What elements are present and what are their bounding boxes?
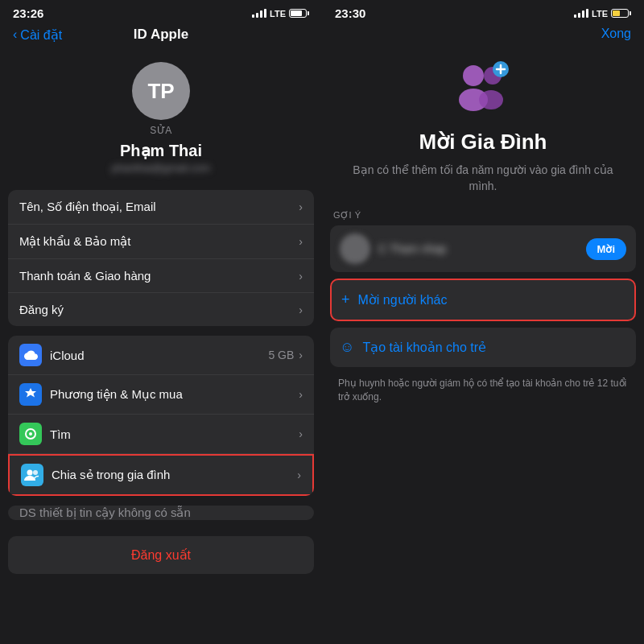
suggestions-label: GỢI Ý bbox=[330, 210, 636, 221]
right-nav: Xong bbox=[322, 23, 644, 47]
invite-title: Mời Gia Đình bbox=[419, 130, 547, 155]
settings-label-1: Tên, Số điện thoại, Email bbox=[19, 200, 156, 214]
settings-item-family[interactable]: Chia sẻ trong gia đình › bbox=[8, 454, 314, 496]
settings-item-payment[interactable]: Thanh toán & Giao hàng › bbox=[8, 259, 314, 293]
suggestion-name-1: C Tham nhap bbox=[378, 242, 578, 255]
invite-desc: Bạn có thể thêm tối đa năm người vào gia… bbox=[341, 163, 625, 194]
icloud-label: iCloud bbox=[50, 349, 85, 362]
time-left: 23:26 bbox=[13, 6, 43, 20]
settings-item-subscription[interactable]: Đăng ký › bbox=[8, 293, 314, 326]
media-label: Phương tiện & Mục mua bbox=[50, 387, 183, 402]
invite-action-button-1[interactable]: Mời bbox=[586, 238, 626, 260]
settings-group-1: Tên, Số điện thoại, Email › Mật khẩu & B… bbox=[8, 190, 314, 326]
edit-label: SỬA bbox=[150, 125, 172, 136]
profile-section: TP SỬA Phạm Thai phanthai@gmail.com bbox=[0, 49, 322, 180]
settings-label-4: Đăng ký bbox=[19, 303, 64, 316]
media-content: Phương tiện & Mục mua › bbox=[50, 387, 303, 402]
svg-point-7 bbox=[479, 90, 503, 109]
chevron-find: › bbox=[299, 427, 303, 440]
settings-label-3: Thanh toán & Giao hàng bbox=[19, 269, 151, 283]
chevron-icon-4: › bbox=[299, 303, 303, 316]
battery-icon-left bbox=[289, 9, 309, 18]
icloud-right: 5 GB › bbox=[268, 349, 303, 361]
find-icon bbox=[19, 423, 42, 445]
status-bar-left: 23:26 LTE bbox=[0, 0, 322, 23]
settings-label-2: Mật khẩu & Bảo mật bbox=[19, 234, 131, 249]
family-content: Chia sẻ trong gia đình › bbox=[52, 468, 301, 482]
find-content: Tìm › bbox=[50, 427, 303, 441]
plus-icon: + bbox=[341, 291, 350, 308]
avatar[interactable]: TP bbox=[132, 62, 190, 120]
status-bar-right: 23:30 LTE bbox=[322, 0, 644, 23]
lte-label-right: LTE bbox=[592, 9, 608, 19]
settings-item-icloud[interactable]: iCloud 5 GB › bbox=[8, 336, 314, 375]
settings-item-media[interactable]: Phương tiện & Mục mua › bbox=[8, 375, 314, 415]
icloud-content: iCloud 5 GB › bbox=[50, 349, 303, 362]
settings-item-password-security[interactable]: Mật khẩu & Bảo mật › bbox=[8, 225, 314, 259]
nav-bar-left: ‹ Cài đặt ID Apple bbox=[0, 23, 322, 49]
create-child-button[interactable]: ☺ Tạo tài khoản cho trẻ bbox=[330, 328, 636, 367]
status-icons-right: LTE bbox=[574, 9, 631, 19]
time-right: 23:30 bbox=[335, 6, 365, 20]
settings-item-name-phone-email[interactable]: Tên, Số điện thoại, Email › bbox=[8, 190, 314, 225]
page-title: ID Apple bbox=[134, 27, 188, 43]
svg-point-1 bbox=[29, 432, 32, 436]
settings-group-2: iCloud 5 GB › Phương tiện & Mục mua › bbox=[8, 336, 314, 496]
logout-button[interactable]: Đăng xuất bbox=[8, 536, 314, 574]
logout-label: Đăng xuất bbox=[131, 548, 191, 562]
invite-content: Mời Gia Đình Bạn có thể thêm tối đa năm … bbox=[322, 47, 644, 210]
signal-icon-left bbox=[252, 9, 266, 18]
settings-item-find[interactable]: Tìm › bbox=[8, 415, 314, 454]
profile-name: Phạm Thai bbox=[120, 141, 202, 160]
invite-others-button[interactable]: + Mời người khác bbox=[330, 279, 636, 321]
avatar-initials: TP bbox=[147, 79, 174, 104]
suggestions-section: GỢI Ý C Tham nhap Mời + Mời người khác ☺… bbox=[322, 210, 644, 404]
trusted-label: DS thiết bị tin cậy không có sẵn bbox=[8, 506, 202, 520]
profile-email: phanthai@gmail.com bbox=[112, 162, 210, 174]
chevron-left-icon: ‹ bbox=[13, 27, 17, 42]
right-panel: 23:30 LTE Xong bbox=[322, 0, 644, 644]
back-button[interactable]: ‹ Cài đặt bbox=[13, 27, 62, 43]
icloud-storage: 5 GB bbox=[268, 349, 294, 361]
icloud-icon bbox=[19, 344, 42, 366]
chevron-media: › bbox=[299, 388, 303, 401]
svg-point-3 bbox=[33, 470, 38, 475]
suggestion-avatar-1 bbox=[340, 233, 370, 264]
battery-icon-right bbox=[611, 9, 631, 18]
status-icons-left: LTE bbox=[252, 9, 309, 19]
svg-point-4 bbox=[463, 65, 484, 86]
left-panel: 23:26 LTE ‹ Cài đặt ID Apple bbox=[0, 0, 322, 644]
chevron-icon-2: › bbox=[299, 235, 303, 248]
family-invite-icon bbox=[451, 56, 515, 120]
back-label: Cài đặt bbox=[20, 27, 62, 43]
chevron-family: › bbox=[297, 469, 301, 481]
family-icon bbox=[21, 464, 43, 486]
find-label: Tìm bbox=[50, 427, 71, 441]
create-child-label: Tạo tài khoản cho trẻ bbox=[362, 340, 486, 355]
chevron-icloud: › bbox=[299, 349, 303, 361]
invite-others-label: Mời người khác bbox=[358, 292, 448, 308]
done-button[interactable]: Xong bbox=[601, 27, 631, 41]
child-note: Phụ huynh hoặc người giám hộ có thể tạo … bbox=[330, 377, 636, 404]
chevron-icon-1: › bbox=[299, 200, 303, 213]
trusted-devices-section: DS thiết bị tin cậy không có sẵn bbox=[8, 506, 314, 520]
family-label: Chia sẻ trong gia đình bbox=[52, 468, 170, 482]
lte-label-left: LTE bbox=[270, 9, 286, 19]
chevron-icon-3: › bbox=[299, 270, 303, 283]
smiley-icon: ☺ bbox=[340, 339, 354, 356]
svg-point-2 bbox=[27, 470, 33, 476]
appstore-icon bbox=[19, 383, 42, 406]
suggestion-item-1: C Tham nhap Mời bbox=[330, 225, 636, 272]
signal-icon-right bbox=[574, 9, 588, 18]
